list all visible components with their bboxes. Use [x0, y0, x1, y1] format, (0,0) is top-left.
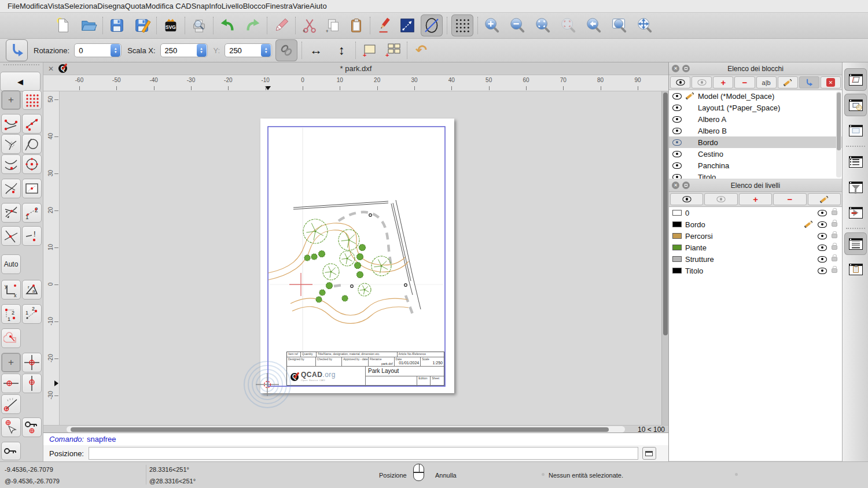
link-scales-button[interactable]	[275, 39, 297, 61]
block-row[interactable]: Bordo	[669, 136, 842, 148]
zoom-in-button[interactable]	[482, 16, 502, 35]
zoom-window-button[interactable]	[609, 16, 629, 35]
coord-relative-polar-button[interactable]: 1 2	[22, 304, 42, 324]
snap-selection-button[interactable]	[1, 328, 21, 348]
block-list-scrollbar[interactable]	[836, 91, 841, 178]
menu-item[interactable]: Snap	[192, 2, 209, 10]
restrict-angle-button[interactable]	[1, 394, 21, 414]
layer-row[interactable]: Titolo	[669, 265, 842, 276]
pan-button[interactable]	[635, 16, 654, 35]
menu-item[interactable]: Modifica	[20, 2, 47, 10]
layer-lock-icon[interactable]	[832, 234, 837, 238]
zoom-previous-button[interactable]	[584, 16, 604, 35]
save-as-button[interactable]	[133, 16, 152, 35]
layer-lock-icon[interactable]	[832, 210, 837, 215]
auto-zoom-button[interactable]	[533, 16, 553, 35]
restrict-orthogonal-button[interactable]	[22, 353, 42, 372]
block-visibility-icon[interactable]	[672, 128, 682, 134]
position-input[interactable]	[89, 447, 638, 460]
block-visibility-icon[interactable]	[672, 139, 682, 146]
selection-filter-toggle-button[interactable]	[844, 176, 867, 198]
restrict-horizontal-button[interactable]	[1, 374, 21, 393]
layer-color-swatch[interactable]	[672, 245, 682, 250]
canvas-vertical-scrollbar[interactable]	[661, 91, 668, 425]
layer-visibility-icon[interactable]	[818, 256, 827, 263]
command-history[interactable]: Comando: snapfree	[43, 432, 668, 445]
command-trigger-toggle-button[interactable]	[844, 201, 867, 224]
block-list-toggle-button[interactable]	[844, 68, 867, 91]
menu-item[interactable]: Disegna	[97, 2, 125, 10]
layer-visibility-icon[interactable]	[818, 210, 827, 216]
rotation-spinbox[interactable]: ▲▼	[74, 43, 122, 57]
snap-x-button[interactable]	[1, 226, 21, 246]
layer-visibility-icon[interactable]	[818, 268, 827, 274]
scale-y-stepper[interactable]: ▲▼	[261, 44, 271, 57]
blocks-delete-button[interactable]: ✕	[821, 76, 841, 88]
layer-color-swatch[interactable]	[672, 221, 682, 227]
block-row[interactable]: Titolo	[669, 171, 842, 179]
clipboard-toggle-button[interactable]	[844, 258, 867, 280]
copy-button[interactable]: +	[323, 16, 343, 35]
blocks-insert-button[interactable]	[799, 76, 819, 88]
lock-relative-zero-button[interactable]	[22, 417, 42, 437]
draw-pencil-button[interactable]	[374, 16, 394, 35]
toolbar-handle[interactable]	[3, 64, 39, 65]
blocks-remove-button[interactable]: −	[734, 76, 755, 88]
block-row[interactable]: Albero A	[669, 113, 842, 125]
zoom-selection-button[interactable]	[558, 16, 578, 35]
scale-y-input[interactable]	[225, 46, 259, 55]
zoom-out-button[interactable]	[507, 16, 527, 35]
snap-grid-button[interactable]	[22, 90, 42, 110]
layer-visibility-icon[interactable]	[818, 245, 827, 251]
save-button[interactable]	[107, 16, 127, 35]
open-file-button[interactable]	[79, 16, 98, 35]
menu-item[interactable]: Varie	[293, 2, 310, 10]
layer-color-swatch[interactable]	[672, 233, 682, 239]
layer-row[interactable]: Percorsi	[669, 230, 842, 242]
layer-color-swatch[interactable]	[672, 210, 682, 216]
block-row[interactable]: Albero B	[669, 125, 842, 136]
menu-item[interactable]: Blocco	[243, 2, 266, 10]
undo-button[interactable]	[218, 16, 237, 35]
h-scroll-thumb[interactable]	[71, 427, 609, 432]
coord-relative-button[interactable]: 1 2	[1, 304, 21, 324]
scale-x-input[interactable]	[161, 46, 194, 55]
block-row[interactable]: Cestino	[669, 148, 842, 160]
menu-item[interactable]: Quota	[125, 2, 145, 10]
insert-block-button[interactable]	[6, 39, 28, 61]
delete-button[interactable]	[271, 16, 291, 35]
document-tab-bar[interactable]: ✕ * park.dxf	[43, 62, 668, 75]
block-visibility-icon[interactable]	[672, 116, 682, 123]
print-preview-button[interactable]	[189, 16, 209, 35]
snap-points-button[interactable]	[22, 114, 42, 134]
blocks-edit-button[interactable]	[778, 76, 798, 88]
back-button[interactable]: ◀	[0, 72, 41, 91]
snap-forced-button[interactable]: !	[22, 226, 42, 246]
redo-button[interactable]	[243, 16, 263, 35]
svg-export-button[interactable]: SVG	[161, 16, 181, 35]
menu-item[interactable]: Finestra	[266, 2, 293, 10]
snap-endpoints-button[interactable]	[1, 114, 21, 134]
canvas-horizontal-scrollbar[interactable]	[67, 426, 625, 432]
layer-color-swatch[interactable]	[672, 268, 682, 273]
snap-center-button[interactable]	[22, 154, 42, 174]
layers-remove-button[interactable]: −	[773, 193, 806, 205]
drawing-canvas[interactable]: Item ref Quantity Title/Name, designatio…	[60, 91, 661, 425]
block-row[interactable]: Layout1 (*Paper_Space)	[669, 102, 842, 113]
layer-row[interactable]: 0	[669, 207, 842, 219]
snap-on-entity-button[interactable]	[1, 179, 21, 198]
layer-lock-icon[interactable]	[832, 222, 837, 227]
scale-x-stepper[interactable]: ▲▼	[197, 44, 207, 57]
rotation-stepper[interactable]: ▲▼	[111, 44, 120, 57]
library-browser-toggle-button[interactable]	[844, 119, 867, 142]
layer-list-toggle-button[interactable]	[844, 94, 867, 116]
blocks-hide-all-button[interactable]	[692, 76, 712, 88]
restrict-vertical-button[interactable]	[22, 374, 42, 393]
scale-x-spinbox[interactable]: ▲▼	[160, 43, 208, 57]
snap-middle-button[interactable]	[1, 154, 21, 174]
menu-item[interactable]: Vista	[47, 2, 64, 10]
snap-auto-button[interactable]: Auto	[1, 254, 21, 274]
layer-lock-icon[interactable]	[832, 245, 837, 250]
scale-y-spinbox[interactable]: ▲▼	[225, 43, 272, 57]
layer-row[interactable]: Piante	[669, 242, 842, 253]
